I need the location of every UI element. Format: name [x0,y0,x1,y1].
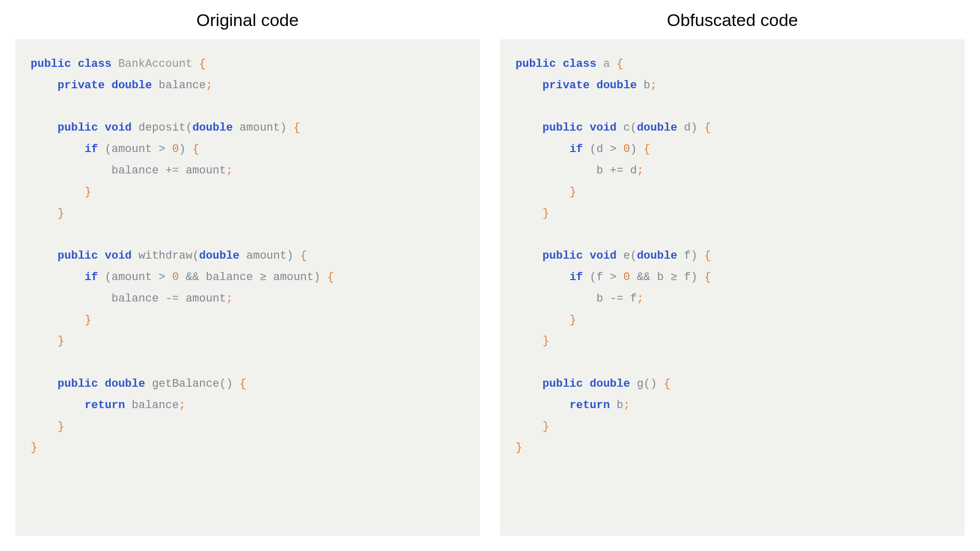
code-line: balance += amount; [31,160,468,182]
code-token [98,143,105,156]
code-token: b [596,292,603,305]
code-token: ) [179,143,185,156]
code-token: > [152,143,173,156]
code-token [152,79,159,92]
code-token: f [684,249,691,262]
code-token [98,271,105,284]
code-token: return [570,399,610,412]
code-token: if [570,143,583,156]
code-line: public void c(double d) { [516,117,952,139]
right-column: Obfuscated code public class a { private… [500,10,965,536]
code-token: amount [239,121,280,134]
code-token [31,249,58,262]
code-line: } [516,331,952,352]
code-token [617,249,623,262]
code-token: public [543,249,583,262]
code-token: void [590,121,617,134]
obfuscated-code-block: public class a { private double b; publi… [500,39,965,536]
code-token: } [570,186,576,198]
code-line: if (d > 0) { [516,139,952,160]
code-token: } [58,207,64,220]
code-token [583,143,590,156]
code-token: ) [314,271,321,284]
code-token [516,121,543,134]
code-token: ; [650,79,657,92]
code-token: double [105,378,145,390]
code-token [516,164,596,177]
code-token [516,420,543,433]
code-token: ; [179,399,185,412]
code-token [596,58,603,70]
code-token [583,249,590,262]
code-token: } [543,335,549,347]
code-token [677,121,684,134]
code-token [31,207,58,220]
code-token: amount [111,143,152,156]
code-token: deposit [138,121,185,134]
code-token [287,121,293,134]
code-token: b [596,164,603,177]
code-token: 0 [623,143,630,156]
code-token: private [58,79,105,92]
code-token: public [543,378,583,390]
code-token: double [199,249,239,262]
code-token: } [543,420,549,433]
code-token: ) [280,121,287,134]
code-token [583,271,590,284]
code-token: return [85,399,125,412]
code-token [610,58,617,70]
code-token: double [111,79,152,92]
code-line: private double b; [516,75,952,96]
code-line: if (amount > 0 && balance ≥ amount) { [31,267,468,288]
code-token: g [637,378,644,390]
code-token: += [159,164,186,177]
code-line: } [31,416,468,438]
code-token: private [543,79,590,92]
code-token: } [516,441,522,454]
code-token: balance [206,271,253,284]
code-token [516,249,543,262]
code-token [516,378,543,390]
code-line: } [516,203,952,224]
code-line: b += d; [516,160,952,182]
code-token: balance [111,164,158,177]
code-token [516,207,543,220]
code-line: } [516,310,952,331]
code-token [31,420,58,433]
code-line: public void e(double f) { [516,245,952,267]
code-line: } [516,437,952,459]
code-token [697,249,704,262]
code-line: return b; [516,395,952,416]
code-token: { [199,58,206,70]
code-token: b [644,79,650,92]
code-token [516,314,570,327]
code-token [583,378,590,390]
code-token [98,249,105,262]
code-token: { [239,378,246,390]
code-token [321,271,327,284]
code-token [233,378,239,390]
code-token: balance [132,399,179,412]
code-token: c [623,121,630,134]
left-title: Original code [15,10,480,30]
left-column: Original code public class BankAccount {… [15,10,480,536]
code-token [583,121,590,134]
code-token: public [543,121,583,134]
code-line: } [31,310,468,331]
code-line: if (amount > 0) { [31,139,468,160]
code-token: e [623,249,630,262]
code-token: public [58,378,98,390]
code-token: () [219,378,233,390]
code-token: && [179,271,206,284]
code-line: } [516,182,952,203]
code-token: } [58,335,64,347]
code-token: ) [630,143,636,156]
code-token [637,143,644,156]
code-token [71,58,78,70]
code-token: public [31,58,71,70]
code-token [132,249,138,262]
code-token [31,186,85,198]
code-token: ( [186,121,192,134]
code-line [516,96,952,118]
code-token: class [78,58,111,70]
